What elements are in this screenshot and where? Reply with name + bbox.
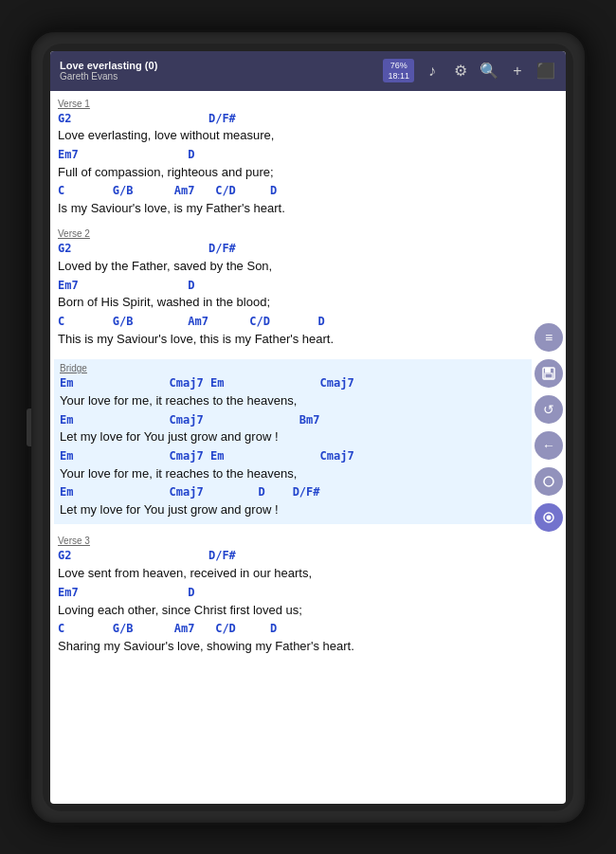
lyric-line: Loving each other, since Christ first lo…: [58, 601, 528, 620]
chord-line: C G/B Am7 C/D D: [58, 314, 528, 330]
volume-button[interactable]: [27, 409, 31, 446]
section-verse1: Verse 1G2 D/F#Love everlasting, love wit…: [58, 99, 528, 218]
lyric-line: Love sent from heaven, received in our h…: [58, 564, 528, 583]
tablet: Love everlasting (0) Gareth Evans 76% 18…: [28, 29, 588, 826]
svg-rect-1: [545, 368, 551, 372]
lyric-line: Let my love for You just grow and grow !: [60, 427, 526, 446]
lyric-line: Born of His Spirit, washed in the blood;: [58, 293, 528, 312]
song-title: Love everlasting (0): [60, 60, 383, 71]
chord-line: Em7 D: [58, 147, 528, 163]
refresh-button[interactable]: ↺: [534, 395, 563, 424]
lyric-line: Full of compassion, righteous and pure;: [58, 163, 528, 182]
menu-button[interactable]: ≡: [534, 323, 563, 352]
svg-rect-2: [545, 373, 553, 378]
chord-line: G2 D/F#: [58, 548, 528, 564]
lyric-line: Your love for me, it reaches to the heav…: [60, 391, 526, 410]
lyric-line: Loved by the Father, saved by the Son,: [58, 257, 528, 276]
chord-line: Em Cmaj7 Em Cmaj7: [60, 448, 526, 464]
artist-name: Gareth Evans: [60, 71, 383, 82]
chord-line: Em7 D: [58, 278, 528, 294]
svg-point-3: [544, 477, 553, 486]
chord-line: G2 D/F#: [58, 241, 528, 257]
record-active-button[interactable]: [534, 503, 563, 532]
chord-line: Em Cmaj7 Em Cmaj7: [60, 375, 526, 391]
save-button[interactable]: [534, 359, 563, 388]
section-verse3: Verse 3G2 D/F#Love sent from heaven, rec…: [58, 536, 528, 655]
record-button[interactable]: [534, 467, 563, 496]
music-icon-btn[interactable]: ♪: [422, 61, 443, 82]
add-icon-btn[interactable]: +: [507, 61, 528, 82]
back-button[interactable]: ←: [534, 431, 563, 460]
chord-line: G2 D/F#: [58, 111, 528, 127]
tablet-inner: Love everlasting (0) Gareth Evans 76% 18…: [43, 44, 573, 811]
side-buttons: ≡ ↺ ←: [532, 91, 566, 804]
section-label-bridge: Bridge: [60, 363, 526, 373]
chord-line: Em Cmaj7 D D/F#: [60, 484, 526, 500]
lyrics-area: Verse 1G2 D/F#Love everlasting, love wit…: [50, 91, 566, 804]
lyric-line: This is my Saviour's love, this is my Fa…: [58, 330, 528, 349]
lyric-line: Let my love for You just grow and grow !: [60, 500, 526, 519]
search-icon-btn[interactable]: 🔍: [479, 61, 499, 82]
content-wrapper: Verse 1G2 D/F#Love everlasting, love wit…: [50, 91, 566, 804]
section-label-verse2: Verse 2: [58, 228, 528, 239]
header-title: Love everlasting (0) Gareth Evans: [60, 60, 383, 82]
chord-line: Em7 D: [58, 585, 528, 601]
section-label-verse3: Verse 3: [58, 536, 528, 546]
section-verse2: Verse 2G2 D/F#Loved by the Father, saved…: [58, 228, 528, 348]
header-bar: Love everlasting (0) Gareth Evans 76% 18…: [50, 51, 566, 91]
screen: Love everlasting (0) Gareth Evans 76% 18…: [50, 51, 566, 804]
settings-icon-btn[interactable]: ⚙: [450, 61, 471, 82]
chord-line: C G/B Am7 C/D D: [58, 621, 528, 637]
svg-point-5: [547, 515, 552, 519]
lyric-line: Is my Saviour's love, is my Father's hea…: [58, 199, 528, 218]
section-bridge: BridgeEm Cmaj7 Em Cmaj7Your love for me,…: [54, 359, 532, 524]
lyric-line: Love everlasting, love without measure,: [58, 126, 528, 145]
chord-line: Em Cmaj7 Bm7: [60, 412, 526, 428]
lyric-line: Sharing my Saviour's love, showing my Fa…: [58, 637, 528, 656]
time-badge: 76% 18:11: [383, 59, 414, 83]
chord-line: C G/B Am7 C/D D: [58, 183, 528, 199]
header-icons: 76% 18:11 ♪ ⚙ 🔍 + ⬛: [383, 59, 556, 83]
lyric-line: Your love for me, it reaches to the heav…: [60, 464, 526, 483]
section-label-verse1: Verse 1: [58, 99, 528, 109]
